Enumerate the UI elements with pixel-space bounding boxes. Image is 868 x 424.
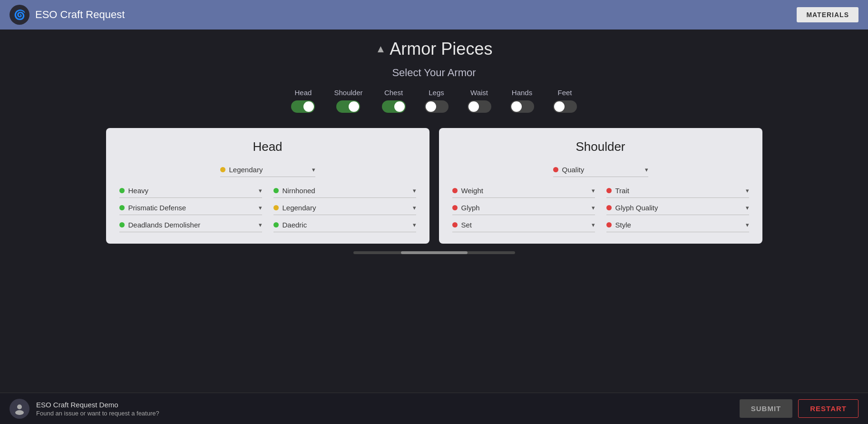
shoulder-quality-chevron: ▾ [645,166,648,173]
shoulder-trait-dropdown[interactable]: Trait ▾ [606,187,749,198]
footer-subtitle: Found an issue or want to request a feat… [36,410,159,417]
shoulder-glyph-chevron: ▾ [592,204,595,211]
toggle-item-feet: Feet [553,89,577,113]
shoulder-trait-text: Trait [615,187,742,195]
toggle-knob-head [303,101,314,112]
head-enchant-dropdown[interactable]: Prismatic Defense ▾ [119,204,262,215]
head-quality-dropdown[interactable]: Legendary ▾ [220,166,315,177]
header-left: 🌀 ESO Craft Request [10,5,125,25]
avatar [10,399,29,419]
head-trait-dropdown[interactable]: Nirnhoned ▾ [273,187,416,198]
head-set-text: Deadlands Demolisher [128,221,255,229]
toggle-feet[interactable] [553,100,577,113]
head-set-chevron: ▾ [259,221,262,228]
head-enchant-quality-dot [273,205,279,210]
shoulder-quality-row: Quality ▾ [452,166,749,177]
toggle-hands[interactable] [510,100,534,113]
shoulder-set-text: Set [461,221,588,229]
head-card-title: Head [119,139,416,154]
head-style-chevron: ▾ [413,221,416,228]
head-enchant-quality-dropdown[interactable]: Legendary ▾ [273,204,416,215]
toggle-label-chest: Chest [384,89,403,97]
shoulder-glyph-dropdown[interactable]: Glyph ▾ [452,204,595,215]
footer-demo-title: ESO Craft Request Demo [36,401,159,409]
shoulder-quality-dropdown[interactable]: Quality ▾ [553,166,648,177]
head-quality-dot [220,167,225,172]
shoulder-glyph-quality-dot [606,205,612,210]
head-trait-dot [273,188,279,193]
head-set-dropdown[interactable]: Deadlands Demolisher ▾ [119,221,262,232]
head-enchant-quality-chevron: ▾ [413,204,416,211]
select-armor-label: Select Your Armor [392,67,476,79]
materials-button[interactable]: MATERIALS [797,7,858,22]
app-title: ESO Craft Request [35,9,125,21]
toggle-label-legs: Legs [429,89,444,97]
toggle-knob-chest [394,101,405,112]
shoulder-set-dropdown[interactable]: Set ▾ [452,221,595,232]
toggle-knob-shoulder [349,101,359,112]
head-quality-chevron: ▾ [312,166,315,173]
shoulder-weight-chevron: ▾ [592,187,595,194]
shoulder-card-title: Shoulder [452,139,749,154]
shoulder-glyph-dot [452,205,458,210]
head-weight-dot [119,188,125,193]
footer-text-block: ESO Craft Request Demo Found an issue or… [36,401,159,417]
toggle-item-chest: Chest [382,89,406,113]
shoulder-trait-dot [606,188,612,193]
toggle-label-waist: Waist [470,89,488,97]
toggle-legs[interactable] [425,100,449,113]
app-header: 🌀 ESO Craft Request MATERIALS [0,0,868,30]
shoulder-style-text: Style [615,221,742,229]
head-enchant-dot [119,205,125,210]
head-enchant-text: Prismatic Defense [128,204,255,212]
restart-button[interactable]: RESTART [798,399,858,418]
toggle-item-hands: Hands [510,89,534,113]
shoulder-weight-dot [452,188,458,193]
head-set-dot [119,222,125,227]
shoulder-card: Shoulder Quality ▾ Weight ▾ [439,128,762,244]
shoulder-glyph-quality-chevron: ▾ [746,204,749,211]
head-weight-text: Heavy [128,187,255,195]
toggle-label-hands: Hands [512,89,532,97]
shoulder-weight-text: Weight [461,187,588,195]
toggle-label-head: Head [295,89,312,97]
shoulder-glyph-quality-dropdown[interactable]: Glyph Quality ▾ [606,204,749,215]
shoulder-set-chevron: ▾ [592,221,595,228]
toggle-item-waist: Waist [468,89,491,113]
toggle-knob-legs [426,101,436,112]
chevron-up-icon: ▲ [376,43,386,55]
toggle-waist[interactable] [468,100,491,113]
section-title: ▲ Armor Pieces [376,39,493,59]
head-style-text: Daedric [283,221,409,229]
shoulder-style-dot [606,222,612,227]
toggle-knob-waist [468,101,479,112]
shoulder-style-dropdown[interactable]: Style ▾ [606,221,749,232]
head-style-dropdown[interactable]: Daedric ▾ [273,221,416,232]
footer-right: SUBMIT RESTART [740,399,858,418]
head-trait-chevron: ▾ [413,187,416,194]
cards-row: Head Legendary ▾ Heavy ▾ N [101,128,767,244]
scroll-hint [353,251,515,254]
toggle-knob-hands [511,101,522,112]
toggle-head[interactable] [291,100,315,113]
toggle-item-head: Head [291,89,315,113]
shoulder-weight-dropdown[interactable]: Weight ▾ [452,187,595,198]
toggle-chest[interactable] [382,100,406,113]
head-quality-row: Legendary ▾ [119,166,416,177]
svg-point-1 [15,410,24,415]
app-logo: 🌀 [10,5,29,25]
head-style-dot [273,222,279,227]
head-card: Head Legendary ▾ Heavy ▾ N [106,128,429,244]
shoulder-glyph-quality-text: Glyph Quality [615,204,742,212]
submit-button[interactable]: SUBMIT [740,399,793,418]
head-weight-chevron: ▾ [259,187,262,194]
head-enchant-chevron: ▾ [259,204,262,211]
section-title-text: Armor Pieces [390,39,492,59]
shoulder-set-dot [452,222,458,227]
head-weight-dropdown[interactable]: Heavy ▾ [119,187,262,198]
app-footer: ESO Craft Request Demo Found an issue or… [0,393,868,424]
footer-left: ESO Craft Request Demo Found an issue or… [10,399,159,419]
shoulder-quality-text: Quality [562,166,641,174]
toggles-row: Head Shoulder Chest Legs [291,89,576,113]
toggle-shoulder[interactable] [336,100,360,113]
